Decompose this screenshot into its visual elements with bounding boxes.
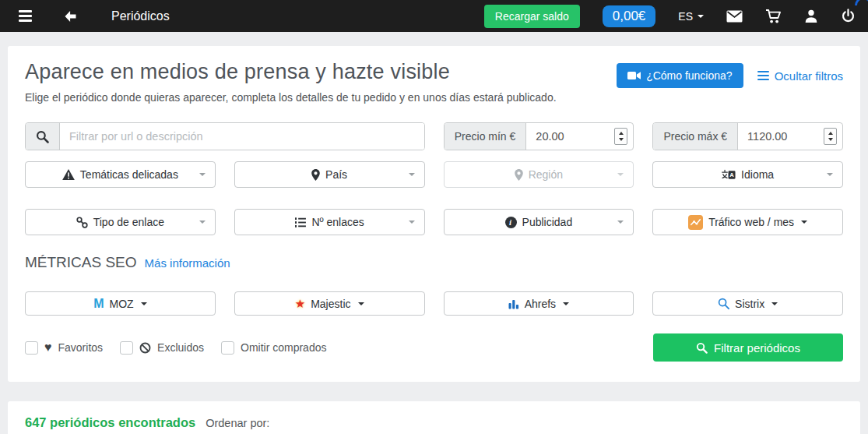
dropdown-label: Sistrix (735, 298, 764, 310)
panel-header: Aparece en medios de prensa y hazte visi… (25, 60, 843, 104)
video-camera-icon (627, 71, 641, 80)
seo-metrics-header: MÉTRICAS SEO Más información (25, 254, 843, 271)
price-max-label: Precio máx € (653, 123, 738, 150)
more-info-link[interactable]: Más información (145, 256, 230, 270)
panel-header-text: Aparece en medios de prensa y hazte visi… (25, 60, 557, 104)
filter-bars-icon (757, 71, 769, 81)
hide-filters-link[interactable]: Ocultar filtros (757, 69, 843, 83)
header-actions: ¿Cómo funciona? Ocultar filtros (617, 60, 843, 88)
chevron-down-icon (141, 302, 147, 305)
page-title: Aparece en medios de prensa y hazte visi… (25, 60, 557, 84)
sistrix-magnifier-icon (718, 298, 729, 309)
omitir-comprados-label: Omitir comprados (241, 341, 326, 354)
mail-icon[interactable] (726, 10, 743, 23)
language-selector[interactable]: ES (678, 10, 704, 23)
dropdown-row-1: Temáticas delicadas País Región (25, 161, 843, 188)
how-it-works-button[interactable]: ¿Cómo funciona? (617, 63, 743, 88)
top-navbar: Periódicos Recargar saldo 0,00€ ES (0, 0, 868, 32)
map-marker-icon (311, 169, 320, 181)
recharge-balance-button[interactable]: Recargar saldo (484, 5, 580, 28)
chevron-down-icon (199, 173, 206, 176)
price-max-stepper[interactable] (824, 128, 837, 145)
svg-text:A: A (729, 171, 734, 178)
price-min-stepper[interactable] (614, 128, 627, 145)
dropdown-majestic[interactable]: ★ Majestic (234, 291, 425, 316)
chevron-down-icon (617, 221, 624, 224)
chevron-down-icon (617, 173, 624, 176)
search-icon (26, 123, 60, 150)
price-min-cell: Precio mín € (444, 122, 634, 150)
ban-icon (139, 342, 151, 354)
dropdown-label: Publicidad (522, 216, 573, 228)
cart-icon[interactable] (765, 9, 782, 24)
dropdown-label: Majestic (311, 298, 350, 310)
dropdown-label: Idioma (741, 168, 774, 181)
dropdown-tipo-enlace[interactable]: Tipo de enlace (25, 209, 216, 235)
chevron-down-icon (827, 173, 833, 176)
dropdown-idioma[interactable]: A Idioma (652, 161, 843, 188)
favoritos-checkbox[interactable] (25, 341, 38, 355)
results-panel: 647 periódicos encontrados Ordenar por: (8, 401, 860, 434)
price-min-input[interactable] (526, 123, 614, 150)
dropdown-num-enlaces[interactable]: Nº enlaces (234, 209, 425, 235)
omitir-comprados-checkbox-item[interactable]: Omitir comprados (221, 341, 326, 355)
how-it-works-label: ¿Cómo funciona? (646, 69, 733, 82)
ordered-list-icon (294, 217, 306, 228)
chevron-down-icon (771, 302, 778, 305)
language-icon: A (722, 169, 736, 181)
chevron-down-icon (358, 302, 364, 305)
dropdown-label: País (325, 168, 347, 181)
language-code: ES (678, 10, 693, 23)
info-circle-icon: i (505, 217, 517, 228)
back-arrow-icon[interactable] (64, 10, 77, 23)
seo-metrics-title: MÉTRICAS SEO (25, 254, 137, 271)
results-header-row: 647 periódicos encontrados Ordenar por: (25, 415, 843, 430)
dropdown-label: Tipo de enlace (93, 216, 164, 228)
balance-button[interactable]: 0,00€ (603, 5, 656, 27)
filter-newspapers-button[interactable]: Filtrar periódicos (653, 333, 843, 362)
menu-icon[interactable] (19, 10, 32, 22)
dropdown-label: Tráfico web / mes (708, 216, 794, 228)
chevron-down-icon (698, 15, 704, 18)
search-input[interactable] (60, 123, 424, 150)
filter-actions-row: ♥ Favoritos Excluidos Omitir comprados F… (25, 333, 843, 362)
dropdown-sistrix[interactable]: Sistrix (652, 291, 843, 316)
search-icon (696, 342, 708, 354)
sort-by-label: Ordenar por: (206, 417, 269, 429)
dropdown-row-2: Tipo de enlace Nº enlaces i Publicidad (25, 209, 843, 235)
filter-button-label: Filtrar periódicos (714, 341, 800, 355)
omitir-comprados-checkbox[interactable] (221, 341, 234, 355)
favoritos-checkbox-item[interactable]: ♥ Favoritos (25, 341, 103, 355)
dropdown-pais[interactable]: País (234, 161, 425, 188)
dropdown-publicidad[interactable]: i Publicidad (444, 209, 634, 235)
page-header-title: Periódicos (111, 9, 170, 23)
chevron-down-icon (409, 221, 415, 224)
excluidos-checkbox[interactable] (120, 341, 133, 355)
search-cell (25, 122, 425, 150)
dropdown-moz[interactable]: M MOZ (25, 291, 216, 316)
traffic-chart-icon (688, 215, 703, 230)
dropdown-label: Ahrefs (525, 298, 556, 310)
user-icon[interactable] (804, 9, 818, 23)
ahrefs-logo-icon (508, 298, 519, 309)
power-icon[interactable] (841, 9, 856, 23)
dropdown-label: Temáticas delicadas (80, 168, 178, 181)
dropdown-region: Región (444, 161, 634, 188)
map-marker-icon (515, 169, 523, 181)
price-max-input[interactable] (738, 123, 824, 150)
dropdown-label: Nº enlaces (311, 216, 364, 228)
price-max-cell: Precio máx € (652, 122, 843, 150)
excluidos-checkbox-item[interactable]: Excluidos (120, 341, 204, 355)
heart-icon: ♥ (44, 341, 52, 354)
checkbox-group: ♥ Favoritos Excluidos Omitir comprados (25, 341, 326, 355)
excluidos-label: Excluidos (157, 341, 204, 354)
dropdown-trafico-web[interactable]: Tráfico web / mes (652, 209, 843, 235)
page-subtitle: Elige el periódico donde quieras aparece… (25, 91, 557, 104)
warning-triangle-icon (62, 169, 75, 180)
dropdown-ahrefs[interactable]: Ahrefs (444, 291, 634, 316)
chevron-down-icon (563, 302, 569, 305)
price-min-group: Precio mín € (444, 122, 634, 150)
filters-panel: Aparece en medios de prensa y hazte visi… (8, 46, 860, 382)
price-max-group: Precio máx € (652, 122, 843, 150)
dropdown-tematicas-delicadas[interactable]: Temáticas delicadas (25, 161, 216, 188)
